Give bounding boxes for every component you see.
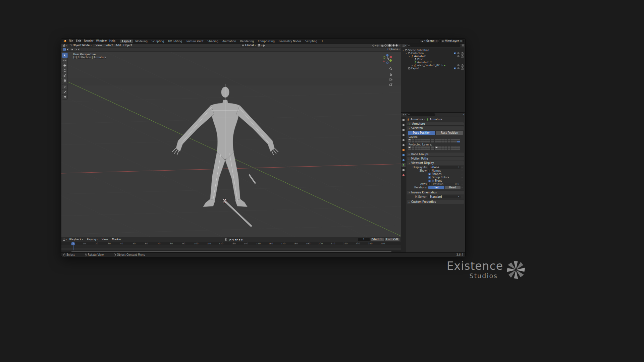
layer-toggle[interactable] — [421, 148, 424, 150]
timeline-tracks[interactable] — [61, 245, 401, 250]
tool-rotate[interactable] — [62, 68, 67, 73]
viewport-menu-object[interactable]: Object — [122, 44, 133, 47]
workspace-tab-compositing[interactable]: Compositing — [256, 40, 277, 43]
blender-logo-icon[interactable] — [63, 40, 67, 43]
decorator-dot[interactable] — [461, 184, 464, 185]
layer-toggle[interactable] — [454, 148, 457, 150]
tool-annotate[interactable] — [62, 84, 67, 89]
play-reverse-button[interactable]: ◀ — [234, 238, 236, 241]
workspace-tab-scripting[interactable]: Scripting — [303, 40, 319, 43]
layer-toggle[interactable] — [421, 146, 424, 148]
end-frame-field[interactable]: End 250 — [385, 238, 399, 241]
shading-options-chevron[interactable]: ▾ — [398, 45, 399, 47]
add-workspace-button[interactable]: + — [320, 40, 325, 43]
outliner-search-input[interactable] — [407, 44, 461, 47]
panel-custom-properties-header[interactable]: ▸Custom Properties — [407, 200, 464, 204]
playhead-line[interactable] — [73, 245, 73, 250]
layer-toggle[interactable] — [421, 139, 424, 140]
layer-toggle[interactable] — [444, 141, 447, 142]
workspace-tab-layout[interactable]: Layout — [120, 40, 133, 43]
properties-tab-world[interactable] — [401, 143, 406, 147]
proportional-editing-icon[interactable] — [262, 44, 265, 47]
layer-toggle[interactable] — [451, 146, 454, 148]
layer-toggle[interactable] — [451, 148, 454, 150]
layer-toggle[interactable] — [427, 148, 430, 150]
properties-tab-render[interactable] — [401, 123, 406, 127]
playhead-badge[interactable]: 1 — [71, 242, 75, 245]
layer-toggle[interactable] — [431, 146, 434, 148]
layer-toggle[interactable] — [454, 139, 457, 140]
layer-toggle[interactable] — [444, 139, 447, 140]
properties-tab-modifiers[interactable] — [401, 153, 406, 157]
layer-toggle[interactable] — [457, 148, 460, 150]
rest-position-button[interactable]: Rest Position — [436, 131, 463, 135]
outliner-editor-type-icon[interactable]: ▾ — [402, 44, 406, 47]
timeline-menu-view[interactable]: View — [100, 238, 109, 241]
decorator-dot[interactable] — [461, 177, 464, 178]
layer-toggle[interactable] — [438, 139, 441, 140]
workspace-tab-sculpting[interactable]: Sculpting — [150, 40, 166, 43]
layer-toggle[interactable] — [431, 141, 434, 142]
viewport-menu-add[interactable]: Add — [114, 44, 122, 47]
layer-toggle[interactable] — [427, 146, 430, 148]
layer-toggle[interactable] — [415, 141, 418, 142]
tool-scale[interactable] — [62, 73, 67, 78]
jump-to-start-button[interactable]: |◀ — [229, 238, 231, 241]
tool-measure[interactable] — [62, 89, 67, 94]
layer-toggle[interactable] — [435, 139, 438, 140]
menu-help[interactable]: Help — [108, 40, 117, 43]
overlays-dropdown-icon[interactable]: ▾ — [376, 44, 380, 47]
properties-tab-physics[interactable] — [401, 158, 406, 162]
menu-window[interactable]: Window — [95, 40, 108, 43]
layer-toggle[interactable] — [408, 141, 411, 142]
eye-toggle-icon[interactable] — [457, 52, 460, 54]
viewport-menu-select[interactable]: Select — [103, 44, 114, 47]
layer-toggle[interactable] — [412, 146, 415, 148]
shading-wireframe-icon[interactable] — [384, 44, 387, 47]
layer-toggle[interactable] — [408, 148, 411, 150]
workspace-tab-animation[interactable]: Animation — [220, 40, 238, 43]
workspace-tab-rendering[interactable]: Rendering — [238, 40, 256, 43]
layer-toggle[interactable] — [457, 139, 460, 140]
layer-toggle[interactable] — [441, 146, 444, 148]
select-mode-3[interactable] — [74, 48, 77, 51]
camera-toggle-icon[interactable] — [461, 64, 464, 67]
outliner-row-collection[interactable]: ▾Collection✓ — [401, 52, 465, 55]
transform-orientation-dropdown[interactable]: Global ▾ — [240, 44, 257, 47]
decorator-dot[interactable] — [461, 196, 464, 197]
workspace-tab-modeling[interactable]: Modeling — [133, 40, 149, 43]
shading-material-icon[interactable] — [392, 44, 395, 47]
layer-toggle[interactable] — [438, 146, 441, 148]
navigation-gizmo[interactable] — [381, 53, 393, 66]
layer-toggle[interactable] — [418, 146, 421, 148]
workspace-tab-shading[interactable]: Shading — [205, 40, 220, 43]
auto-keying-icon[interactable] — [225, 238, 227, 241]
decorator-dot[interactable] — [461, 187, 464, 188]
gizmos-dropdown-icon[interactable]: ▾ — [372, 44, 376, 47]
snap-magnet-icon[interactable]: ▾ — [258, 44, 262, 47]
layer-toggle[interactable] — [454, 146, 457, 148]
layer-toggle[interactable] — [427, 139, 430, 140]
layer-toggle[interactable] — [415, 148, 418, 150]
panel-viewport-display-header[interactable]: ▾Viewport Display — [407, 161, 464, 165]
layer-toggle[interactable] — [427, 141, 430, 142]
layer-toggle[interactable] — [418, 148, 421, 150]
disclosure-icon[interactable]: ▸ — [411, 64, 413, 66]
layer-toggle[interactable] — [435, 141, 438, 142]
checkbox-toggle[interactable]: ✓ — [454, 67, 456, 69]
start-frame-field[interactable]: Start 1 — [371, 238, 384, 241]
options-dropdown[interactable]: Options ▾ — [387, 48, 399, 51]
breadcrumb-data[interactable]: Armature — [430, 118, 442, 121]
properties-search-input[interactable] — [407, 113, 435, 116]
layer-toggle[interactable] — [441, 139, 444, 140]
layer-toggle[interactable] — [435, 148, 438, 150]
layer-toggle[interactable] — [412, 148, 415, 150]
remove-view-layer-icon[interactable]: × — [460, 40, 462, 43]
timeline-menu-marker[interactable]: Marker — [111, 238, 123, 241]
outliner-row-armature[interactable]: Armature — [401, 61, 465, 64]
layer-toggle[interactable] — [424, 141, 427, 142]
tool-select-box[interactable] — [62, 53, 67, 58]
select-mode-4[interactable] — [77, 48, 81, 51]
axes-position-slider[interactable]: Position 0.0 — [432, 183, 461, 186]
panel-skeleton-header[interactable]: ▾Skeleton — [407, 126, 464, 130]
